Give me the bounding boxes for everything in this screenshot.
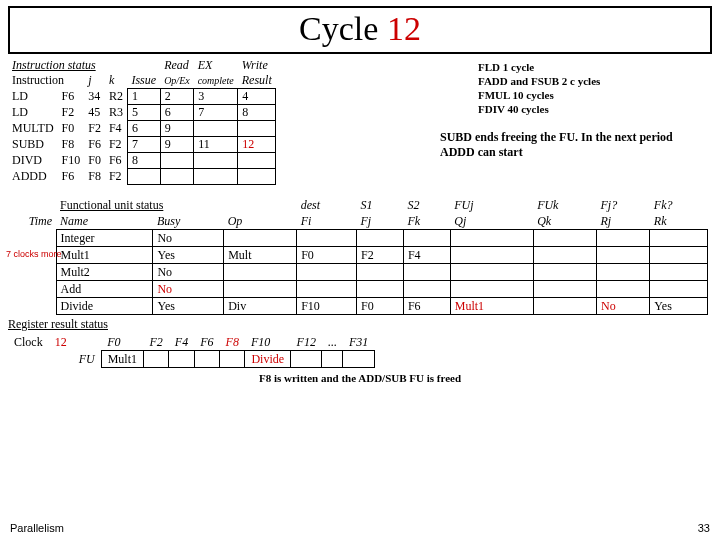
title-part2: 12 bbox=[387, 10, 421, 47]
instruction-table: Instruction status Read EX Write Instruc… bbox=[8, 58, 276, 185]
functional-unit-block: 7 clocks more Functional unit status des… bbox=[8, 197, 712, 384]
col-write: Write bbox=[238, 58, 276, 73]
col-instruction: Instruction bbox=[8, 73, 84, 89]
footer-left: Parallelism bbox=[10, 522, 64, 534]
col-issue: Issue bbox=[127, 73, 160, 89]
latency-notes: FLD 1 cycle FADD and FSUB 2 c ycles FMUL… bbox=[478, 60, 600, 116]
reg-header: Register result status bbox=[8, 317, 108, 331]
title-text: Cycle 12 bbox=[299, 10, 421, 47]
fu-row: IntegerNo bbox=[8, 230, 708, 247]
instr-row: ADDDF6F8F2 bbox=[8, 169, 276, 185]
fu-row: AddNo bbox=[8, 281, 708, 298]
register-status-block: Register result status Clock 12 F0 F2 F4… bbox=[8, 317, 712, 368]
col-k: k bbox=[105, 73, 128, 89]
fu-header: Functional unit status bbox=[60, 198, 163, 212]
latency-line: FADD and FSUB 2 c ycles bbox=[478, 74, 600, 88]
clocks-more-label: 7 clocks more bbox=[6, 249, 62, 259]
fu-row: DivideYesDivF10F0F6Mult1NoYes bbox=[8, 298, 708, 315]
fu-table: Functional unit status dest S1 S2 FUj FU… bbox=[8, 197, 708, 315]
col-ex: EX bbox=[194, 58, 238, 73]
footer-right: 33 bbox=[698, 522, 710, 534]
instr-row: LDF634R21234 bbox=[8, 89, 276, 105]
title-box: Cycle 12 bbox=[8, 6, 712, 54]
reg-table: Clock 12 F0 F2 F4 F6 F8 F10 F12 ... F31 … bbox=[8, 334, 375, 368]
fu-row: Mult1YesMultF0F2F4 bbox=[8, 247, 708, 264]
instr-row: SUBDF8F6F2791112 bbox=[8, 137, 276, 153]
title-part1: Cycle bbox=[299, 10, 387, 47]
content: Instruction status Read EX Write Instruc… bbox=[0, 58, 720, 384]
col-result: Result bbox=[238, 73, 276, 89]
instr-row: LDF245R35678 bbox=[8, 105, 276, 121]
instruction-status-block: Instruction status Read EX Write Instruc… bbox=[8, 58, 438, 185]
latency-line: FMUL 10 cycles bbox=[478, 88, 600, 102]
col-complete: complete bbox=[198, 75, 234, 86]
instr-status-header: Instruction status bbox=[12, 58, 96, 72]
instr-row: MULTDF0F2F469 bbox=[8, 121, 276, 137]
col-j: j bbox=[84, 73, 105, 89]
footnote: F8 is written and the ADD/SUB FU is free… bbox=[8, 372, 712, 384]
col-opex: Op/Ex bbox=[164, 75, 190, 86]
instr-row: DIVDF10F0F68 bbox=[8, 153, 276, 169]
row1: Instruction status Read EX Write Instruc… bbox=[8, 58, 712, 185]
footer: Parallelism 33 bbox=[10, 522, 710, 534]
annotation: SUBD ends freeing the FU. In the next pe… bbox=[440, 130, 700, 160]
latency-line: FDIV 40 cycles bbox=[478, 102, 600, 116]
col-read: Read bbox=[160, 58, 194, 73]
latency-line: FLD 1 cycle bbox=[478, 60, 600, 74]
fu-row: Mult2No bbox=[8, 264, 708, 281]
